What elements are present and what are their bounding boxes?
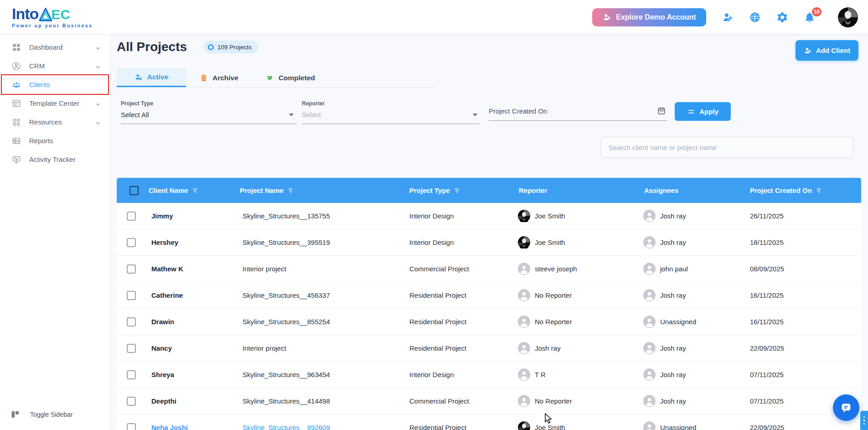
created-on-date: 07/11/2025 xyxy=(750,397,784,405)
project-count-label: 109 Projects xyxy=(217,44,252,51)
project-type: Commercial Project xyxy=(409,265,469,273)
tab-archive[interactable]: Archive xyxy=(186,68,252,87)
select-all-checkbox[interactable] xyxy=(129,186,139,195)
chat-icon xyxy=(839,401,853,414)
brand-logo[interactable]: Into EC Power up your Business xyxy=(12,6,93,28)
column-header-label: Project Name xyxy=(240,187,284,194)
row-checkbox[interactable] xyxy=(127,212,136,221)
assignee-avatar xyxy=(643,289,656,301)
cell-created-on: 08/09/2025 xyxy=(747,265,861,273)
cell-created-on: 16/11/2025 xyxy=(747,291,861,299)
column-header-label: Project Type xyxy=(409,187,450,194)
sidebar-item-dashboard[interactable]: Dashboard xyxy=(2,38,108,57)
profile-avatar[interactable] xyxy=(838,7,858,27)
gear-icon[interactable] xyxy=(776,11,788,23)
created-on-filter[interactable]: Project Created On xyxy=(489,106,667,121)
chevron-down-icon xyxy=(95,119,101,125)
tab-completed[interactable]: Completed xyxy=(252,68,329,87)
row-checkbox[interactable] xyxy=(127,238,136,247)
cell-assignee: Josh ray xyxy=(641,368,747,381)
cell-project-name: Skyline_Structures__395519 xyxy=(237,238,407,246)
created-on-datepicker[interactable]: Project Created On xyxy=(489,106,667,121)
project-type-label: Project Type xyxy=(121,100,296,107)
sort-icon[interactable] xyxy=(192,187,199,194)
reporter-name: No Reporter xyxy=(535,397,572,405)
reporter-select[interactable]: Select xyxy=(302,111,480,124)
header-cell-project-type: Project Type xyxy=(407,187,516,194)
cell-created-on: 22/09/2025 xyxy=(747,344,861,352)
row-checkbox[interactable] xyxy=(127,317,136,326)
cell-assignee: john paul xyxy=(641,263,747,275)
cell-checkbox xyxy=(117,423,146,430)
row-checkbox[interactable] xyxy=(127,423,136,430)
project-name[interactable]: Skyline_Structures__892609 xyxy=(243,424,330,430)
sidebar-item-crm[interactable]: CRM xyxy=(2,57,108,75)
toggle-sidebar-button[interactable]: Toggle Sidebar xyxy=(0,405,110,424)
assignee-avatar xyxy=(643,368,656,381)
sidebar-item-activity-tracker[interactable]: Activity Tracker xyxy=(2,150,108,169)
user-add-icon[interactable] xyxy=(722,11,734,23)
project-name: Skyline_Structures__395519 xyxy=(243,238,330,246)
cell-assignee: Josh ray xyxy=(641,395,747,407)
column-header-label: Reporter xyxy=(519,187,548,194)
assignee-avatar xyxy=(643,263,656,275)
logo-into-text: Into xyxy=(12,6,38,21)
page-header: All Projects 109 Projects xyxy=(117,40,258,54)
reporter-avatar xyxy=(518,289,530,301)
cell-checkbox xyxy=(117,397,146,406)
row-checkbox[interactable] xyxy=(127,397,136,406)
cell-project-type: Residential Project xyxy=(407,318,516,326)
sort-icon[interactable] xyxy=(287,187,294,194)
row-checkbox[interactable] xyxy=(127,370,136,379)
project-type: Residential Project xyxy=(409,291,466,299)
chevron-down-icon xyxy=(289,114,294,116)
assignee-name: Josh ray xyxy=(660,291,686,299)
tab-active[interactable]: Active xyxy=(117,68,186,87)
client-name[interactable]: Neha Joshi xyxy=(151,424,188,430)
created-on-date: 26/11/2025 xyxy=(750,212,784,220)
assignee-name: Josh ray xyxy=(660,371,686,378)
add-client-button[interactable]: Add Client xyxy=(796,40,858,61)
sort-icon[interactable] xyxy=(454,187,460,194)
sidebar-item-clients[interactable]: Clients xyxy=(2,75,108,94)
client-name: Deepthi xyxy=(151,397,176,405)
cell-reporter: Joe Smith xyxy=(516,210,641,222)
chat-widget-button[interactable] xyxy=(833,394,859,421)
sidebar-item-reports[interactable]: Reports xyxy=(2,131,108,150)
user-icon xyxy=(602,13,611,22)
reporter-name: No Reporter xyxy=(535,318,572,326)
project-tabs: ActiveArchiveCompleted xyxy=(117,68,436,88)
row-checkbox[interactable] xyxy=(127,344,136,353)
cell-project-type: Residential Project xyxy=(407,344,516,352)
reporter-name: Joe Smith xyxy=(535,424,565,430)
explore-demo-account-button[interactable]: Explore Demo Account xyxy=(592,8,706,26)
reporter-avatar xyxy=(518,210,530,222)
table-row: Neha JoshiSkyline_Structures__892609Resi… xyxy=(117,414,861,430)
reporter-placeholder: Select xyxy=(302,111,321,119)
search-input[interactable] xyxy=(601,137,853,158)
sidebar-item-template-center[interactable]: Template Center xyxy=(2,94,108,113)
project-type-filter[interactable]: Project Type Select All xyxy=(121,100,296,124)
row-checkbox[interactable] xyxy=(127,291,136,300)
cell-reporter: Joe Smith xyxy=(516,236,641,249)
globe-icon[interactable] xyxy=(749,11,761,23)
floating-menu-button[interactable] xyxy=(860,411,868,430)
sidebar-item-label: Resources xyxy=(29,118,62,126)
cell-reporter: steeve joseph xyxy=(516,263,641,275)
reporter-name: Josh ray xyxy=(535,344,561,352)
cell-assignee: Unassigned xyxy=(641,316,747,328)
reporter-filter[interactable]: Reporter Select xyxy=(302,100,480,124)
table-row: JimmySkyline_Structures__135755Interior … xyxy=(117,203,861,229)
row-checkbox[interactable] xyxy=(127,264,136,274)
sidebar-item-resources[interactable]: Resources xyxy=(2,113,108,131)
reporter-avatar xyxy=(518,316,530,328)
tab-label: Archive xyxy=(212,74,238,82)
apply-filters-button[interactable]: Apply xyxy=(675,102,731,121)
cell-checkbox xyxy=(117,291,146,300)
sort-icon[interactable] xyxy=(816,187,822,194)
cell-created-on: 18/11/2025 xyxy=(747,238,861,246)
table-body: JimmySkyline_Structures__135755Interior … xyxy=(117,203,861,430)
project-type-select[interactable]: Select All xyxy=(121,111,296,124)
cell-client-name: Neha Joshi xyxy=(146,424,237,430)
cell-project-name: Skyline_Structures__855254 xyxy=(237,318,407,326)
